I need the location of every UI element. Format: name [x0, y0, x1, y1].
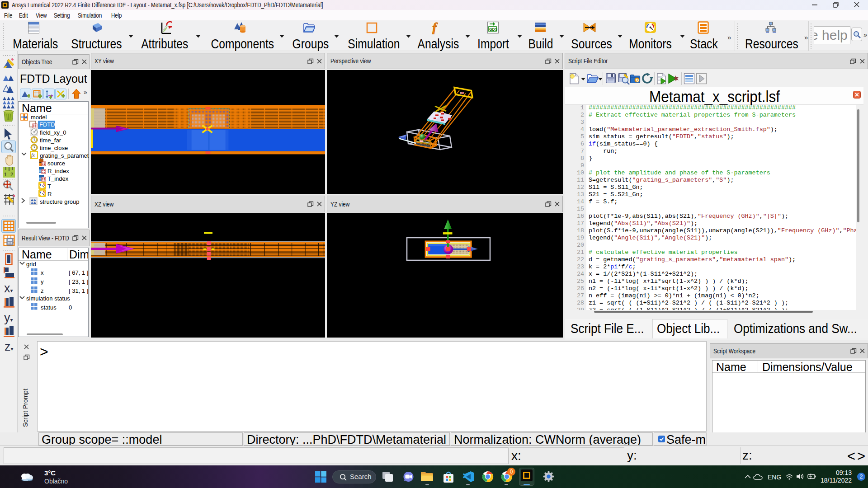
svg-text:↻: ↻: [636, 78, 640, 83]
svg-text:2: 2: [10, 172, 13, 177]
svg-text:1: 1: [4, 172, 7, 177]
svg-text:GDS: GDS: [489, 27, 498, 32]
svg-text:fx: fx: [31, 152, 35, 158]
